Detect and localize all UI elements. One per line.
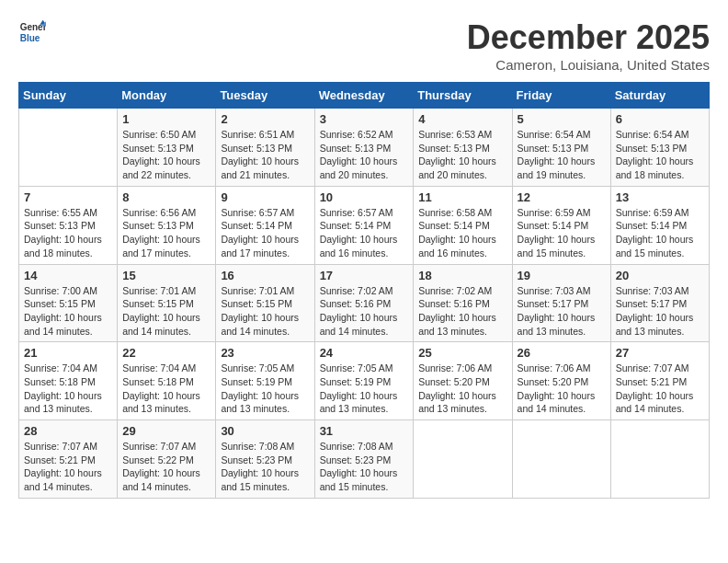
- calendar-cell: 13Sunrise: 6:59 AMSunset: 5:14 PMDayligh…: [610, 186, 709, 264]
- day-number: 17: [320, 269, 409, 282]
- calendar-cell: 3Sunrise: 6:52 AMSunset: 5:13 PMDaylight…: [314, 109, 414, 187]
- day-info: Sunrise: 7:00 AMSunset: 5:15 PMDaylight:…: [24, 284, 112, 339]
- day-info: Sunrise: 7:03 AMSunset: 5:17 PMDaylight:…: [518, 284, 606, 339]
- weekday-header-thursday: Thursday: [414, 83, 512, 109]
- day-info: Sunrise: 6:58 AMSunset: 5:14 PMDaylight:…: [418, 206, 506, 260]
- day-number: 20: [616, 269, 704, 282]
- weekday-header-row: SundayMondayTuesdayWednesdayThursdayFrid…: [19, 83, 710, 109]
- calendar-cell: 19Sunrise: 7:03 AMSunset: 5:17 PMDayligh…: [512, 264, 610, 342]
- day-info: Sunrise: 6:59 AMSunset: 5:14 PMDaylight:…: [518, 206, 606, 260]
- calendar-cell: 23Sunrise: 7:05 AMSunset: 5:19 PMDayligh…: [216, 342, 314, 420]
- day-info: Sunrise: 7:04 AMSunset: 5:18 PMDaylight:…: [24, 362, 112, 416]
- calendar-cell: 15Sunrise: 7:01 AMSunset: 5:15 PMDayligh…: [118, 264, 216, 342]
- day-number: 13: [616, 190, 704, 204]
- day-number: 25: [418, 346, 506, 360]
- weekday-header-friday: Friday: [512, 83, 610, 109]
- calendar-cell: 25Sunrise: 7:06 AMSunset: 5:20 PMDayligh…: [414, 342, 512, 420]
- calendar-cell: 26Sunrise: 7:06 AMSunset: 5:20 PMDayligh…: [512, 342, 610, 420]
- page-header: General Blue December 2025 Cameron, Loui…: [18, 18, 710, 73]
- calendar-cell: 1Sunrise: 6:50 AMSunset: 5:13 PMDaylight…: [118, 109, 216, 187]
- day-info: Sunrise: 7:06 AMSunset: 5:20 PMDaylight:…: [518, 362, 606, 416]
- day-number: 24: [320, 346, 409, 360]
- day-number: 21: [24, 346, 112, 360]
- weekday-header-tuesday: Tuesday: [216, 83, 314, 109]
- day-number: 10: [320, 190, 409, 204]
- day-info: Sunrise: 7:08 AMSunset: 5:23 PMDaylight:…: [320, 440, 409, 494]
- calendar-cell: 27Sunrise: 7:07 AMSunset: 5:21 PMDayligh…: [610, 342, 709, 420]
- svg-text:Blue: Blue: [20, 33, 40, 43]
- title-block: December 2025 Cameron, Louisiana, United…: [467, 18, 710, 73]
- calendar-week-2: 7Sunrise: 6:55 AMSunset: 5:13 PMDaylight…: [19, 186, 710, 264]
- day-info: Sunrise: 6:54 AMSunset: 5:13 PMDaylight:…: [518, 128, 606, 182]
- calendar-cell: 17Sunrise: 7:02 AMSunset: 5:16 PMDayligh…: [314, 264, 414, 342]
- calendar-table: SundayMondayTuesdayWednesdayThursdayFrid…: [18, 82, 710, 499]
- day-number: 9: [221, 190, 309, 204]
- day-number: 4: [418, 112, 506, 126]
- day-info: Sunrise: 6:50 AMSunset: 5:13 PMDaylight:…: [122, 128, 210, 182]
- day-info: Sunrise: 7:06 AMSunset: 5:20 PMDaylight:…: [418, 362, 506, 416]
- calendar-cell: 5Sunrise: 6:54 AMSunset: 5:13 PMDaylight…: [512, 109, 610, 187]
- day-number: 18: [418, 269, 506, 282]
- calendar-cell: [610, 420, 709, 499]
- day-number: 14: [24, 269, 112, 282]
- day-number: 15: [122, 269, 210, 282]
- day-number: 8: [122, 190, 210, 204]
- calendar-cell: 6Sunrise: 6:54 AMSunset: 5:13 PMDaylight…: [610, 109, 709, 187]
- day-info: Sunrise: 7:01 AMSunset: 5:15 PMDaylight:…: [221, 284, 309, 339]
- calendar-cell: 24Sunrise: 7:05 AMSunset: 5:19 PMDayligh…: [314, 342, 414, 420]
- day-info: Sunrise: 7:01 AMSunset: 5:15 PMDaylight:…: [122, 284, 210, 339]
- day-info: Sunrise: 7:08 AMSunset: 5:23 PMDaylight:…: [221, 440, 309, 494]
- calendar-cell: 7Sunrise: 6:55 AMSunset: 5:13 PMDaylight…: [19, 186, 118, 264]
- calendar-cell: 20Sunrise: 7:03 AMSunset: 5:17 PMDayligh…: [610, 264, 709, 342]
- day-number: 22: [122, 346, 210, 360]
- calendar-cell: 10Sunrise: 6:57 AMSunset: 5:14 PMDayligh…: [314, 186, 414, 264]
- logo-icon: General Blue: [18, 18, 46, 46]
- day-info: Sunrise: 6:55 AMSunset: 5:13 PMDaylight:…: [24, 206, 112, 260]
- day-number: 2: [221, 112, 309, 126]
- day-info: Sunrise: 7:07 AMSunset: 5:21 PMDaylight:…: [616, 362, 704, 416]
- day-number: 7: [24, 190, 112, 204]
- day-info: Sunrise: 7:07 AMSunset: 5:22 PMDaylight:…: [122, 440, 210, 494]
- calendar-cell: 30Sunrise: 7:08 AMSunset: 5:23 PMDayligh…: [216, 420, 314, 499]
- calendar-cell: 8Sunrise: 6:56 AMSunset: 5:13 PMDaylight…: [118, 186, 216, 264]
- day-info: Sunrise: 6:57 AMSunset: 5:14 PMDaylight:…: [320, 206, 409, 260]
- calendar-cell: 16Sunrise: 7:01 AMSunset: 5:15 PMDayligh…: [216, 264, 314, 342]
- day-info: Sunrise: 7:05 AMSunset: 5:19 PMDaylight:…: [221, 362, 309, 416]
- day-info: Sunrise: 7:05 AMSunset: 5:19 PMDaylight:…: [320, 362, 409, 416]
- day-number: 3: [320, 112, 409, 126]
- calendar-week-5: 28Sunrise: 7:07 AMSunset: 5:21 PMDayligh…: [19, 420, 710, 499]
- calendar-cell: [414, 420, 512, 499]
- weekday-header-sunday: Sunday: [19, 83, 118, 109]
- logo: General Blue: [18, 18, 46, 46]
- calendar-cell: 28Sunrise: 7:07 AMSunset: 5:21 PMDayligh…: [19, 420, 118, 499]
- calendar-subtitle: Cameron, Louisiana, United States: [467, 57, 710, 73]
- day-number: 1: [122, 112, 210, 126]
- day-number: 29: [122, 424, 210, 438]
- calendar-cell: 18Sunrise: 7:02 AMSunset: 5:16 PMDayligh…: [414, 264, 512, 342]
- calendar-week-3: 14Sunrise: 7:00 AMSunset: 5:15 PMDayligh…: [19, 264, 710, 342]
- calendar-cell: 9Sunrise: 6:57 AMSunset: 5:14 PMDaylight…: [216, 186, 314, 264]
- weekday-header-wednesday: Wednesday: [314, 83, 414, 109]
- day-info: Sunrise: 6:51 AMSunset: 5:13 PMDaylight:…: [221, 128, 309, 182]
- day-info: Sunrise: 6:57 AMSunset: 5:14 PMDaylight:…: [221, 206, 309, 260]
- day-number: 16: [221, 269, 309, 282]
- calendar-cell: 31Sunrise: 7:08 AMSunset: 5:23 PMDayligh…: [314, 420, 414, 499]
- day-info: Sunrise: 6:56 AMSunset: 5:13 PMDaylight:…: [122, 206, 210, 260]
- day-number: 31: [320, 424, 409, 438]
- day-number: 28: [24, 424, 112, 438]
- day-info: Sunrise: 7:02 AMSunset: 5:16 PMDaylight:…: [320, 284, 409, 339]
- day-number: 5: [518, 112, 606, 126]
- day-number: 19: [518, 269, 606, 282]
- calendar-cell: [512, 420, 610, 499]
- day-number: 27: [616, 346, 704, 360]
- calendar-cell: 2Sunrise: 6:51 AMSunset: 5:13 PMDaylight…: [216, 109, 314, 187]
- day-info: Sunrise: 7:07 AMSunset: 5:21 PMDaylight:…: [24, 440, 112, 494]
- calendar-cell: 22Sunrise: 7:04 AMSunset: 5:18 PMDayligh…: [118, 342, 216, 420]
- calendar-cell: 4Sunrise: 6:53 AMSunset: 5:13 PMDaylight…: [414, 109, 512, 187]
- calendar-cell: 11Sunrise: 6:58 AMSunset: 5:14 PMDayligh…: [414, 186, 512, 264]
- calendar-week-1: 1Sunrise: 6:50 AMSunset: 5:13 PMDaylight…: [19, 109, 710, 187]
- calendar-cell: 12Sunrise: 6:59 AMSunset: 5:14 PMDayligh…: [512, 186, 610, 264]
- day-info: Sunrise: 6:59 AMSunset: 5:14 PMDaylight:…: [616, 206, 704, 260]
- calendar-cell: 14Sunrise: 7:00 AMSunset: 5:15 PMDayligh…: [19, 264, 118, 342]
- day-info: Sunrise: 6:53 AMSunset: 5:13 PMDaylight:…: [418, 128, 506, 182]
